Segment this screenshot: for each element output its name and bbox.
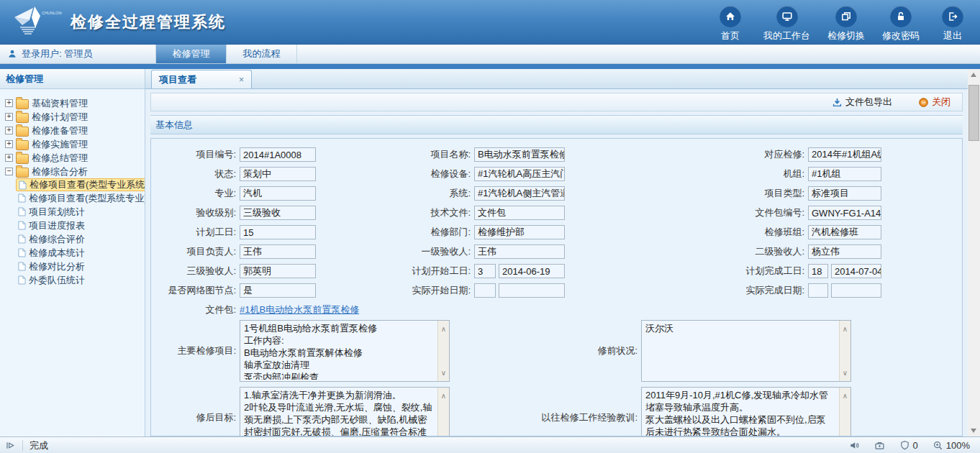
tab-close-icon[interactable]: × [239,75,244,85]
close-button[interactable]: 关闭 [918,96,950,109]
zoom-level: 100% [946,440,970,451]
field-value-days [808,283,828,298]
scrollbar-up-icon[interactable] [971,73,976,77]
main-content: 文件包导出 关闭 基本信息 项目编号:2014#1A0008项目名称:B电动水泵… [145,89,968,436]
toolbar: 文件包导出 关闭 [150,93,963,111]
expand-toggle-icon[interactable]: + [5,99,13,107]
textarea-scrollbar[interactable]: ∧∨ [839,388,850,436]
sidebar-title: 检修管理 [0,69,145,89]
tree-folder[interactable]: +检修总结管理 [5,151,143,165]
status-right: 0 100% [849,440,980,451]
nav-monitor[interactable]: 我的工作台 [763,6,810,42]
app-header: CHUNLONG 检修全过程管理系统 首页我的工作台检修切换修改密码退出 [0,0,980,45]
monitor-icon [776,6,798,27]
textarea-field[interactable]: 1号机组B电动给水泵前置泵检修 工作内容: B电动给水泵前置泵解体检修 轴承室放… [240,320,450,382]
field-value: 汽机 [240,186,316,201]
textarea-row: 主要检修项目:1号机组B电动给水泵前置泵检修 工作内容: B电动给水泵前置泵解体… [151,320,962,382]
form-row: 三级验收人:郭英明计划开始工日:32014-06-19计划完成工日:182014… [151,264,962,278]
tree-item[interactable]: 外委队伍统计 [16,273,87,287]
tree-item-label: 检修项目查看(类型系统专业) [29,192,145,205]
scrollbar-thumb[interactable] [968,85,979,141]
tab-project-view[interactable]: 项目查看 × [151,70,252,88]
scroll-down-icon[interactable]: ∨ [441,367,446,379]
expand-toggle-icon[interactable]: + [5,140,13,148]
scroll-up-icon[interactable]: ∧ [843,323,848,335]
close-label: 关闭 [932,96,950,109]
expand-toggle-icon[interactable]: + [5,113,13,121]
browser-scrollbar[interactable] [968,69,980,436]
zoom-control[interactable]: 100% [933,440,970,451]
tree-folder-label: 检修计划管理 [32,111,88,124]
textarea-field[interactable]: 2011年9月-10月,#1机C修,发现轴承冷却水管堵塞导致轴承温度升高。 泵大… [641,387,851,436]
scroll-up-icon[interactable]: ∧ [441,323,446,335]
export-package-button[interactable]: 文件包导出 [832,96,892,109]
textarea-scrollbar[interactable]: ∧∨ [437,388,449,436]
top-tab[interactable]: 我的流程 [227,45,297,63]
field-value: 策划中 [240,167,316,181]
scrollbar-down-icon[interactable] [971,429,976,433]
field-value: #1机组 [808,167,881,181]
nav-label: 首页 [721,29,740,42]
nav-label: 检修切换 [827,29,865,42]
form-row: 状态:策划中检修设备:#1汽轮机A高压主汽门机组:#1机组 [151,167,962,181]
top-tab[interactable]: 检修管理 [156,45,227,63]
textarea-field[interactable]: 沃尔沃∧∨ [641,320,851,382]
package-link[interactable]: #1机B电动给水泵前置泵检修 [240,303,359,316]
tree-item[interactable]: 项目策划统计 [16,205,87,219]
status-text: 完成 [30,439,48,452]
switch-icon [835,6,857,27]
scroll-down-icon[interactable]: ∨ [843,434,848,436]
field-label: 三级验收人: [151,265,240,278]
textarea-field[interactable]: 1.轴承室清洗干净并更换为新润滑油。 2叶轮及导叶流道光滑,无水垢、腐蚀、裂纹,… [240,387,450,436]
ad-shield-indicator[interactable]: 0 [899,440,918,451]
form-row: 验收级别:三级验收技术文件:文件包文件包编号:GWNY-FG1-A14-T047 [151,206,962,220]
textarea-scrollbar[interactable]: ∧∨ [437,321,449,381]
folder-icon [16,113,29,123]
field-label: 计划工日: [151,226,240,239]
tree-folder[interactable]: +检修实施管理 [5,137,143,151]
textarea-text: 1.轴承室清洗干净并更换为新润滑油。 2叶轮及导叶流道光滑,无水垢、腐蚀、裂纹,… [244,389,433,436]
header-nav: 首页我的工作台检修切换修改密码退出 [714,6,968,42]
tree-item-label: 检修对比分析 [29,260,85,273]
scroll-up-icon[interactable]: ∧ [441,390,446,402]
tree-folder[interactable]: +检修计划管理 [5,110,143,124]
speaker-icon[interactable] [849,440,860,451]
scroll-down-icon[interactable]: ∨ [843,367,848,379]
tree-item[interactable]: 检修成本统计 [16,246,87,260]
form-row: 专业:汽机系统:#1汽轮机A侧主汽管道项目类型:标准项目 [151,186,962,201]
textarea-scrollbar[interactable]: ∧∨ [839,321,850,381]
nav-exit[interactable]: 退出 [937,6,968,42]
tree-folder[interactable]: −检修综合分析 [5,165,143,178]
field-value: 2014#1A0008 [240,147,316,162]
tree-item[interactable]: 检修项目查看(类型系统专业) [16,191,145,205]
nav-lock[interactable]: 修改密码 [882,6,920,42]
tree-item[interactable]: 项目进度报表 [16,219,87,232]
field-value: 标准项目 [808,186,881,201]
form-rows: 项目编号:2014#1A0008项目名称:B电动水泵前置泵检修对应检修:2014… [151,147,962,298]
download-icon [832,97,843,108]
nav-home[interactable]: 首页 [714,6,746,42]
field-label: 检修班组: [565,226,808,239]
scroll-down-icon[interactable]: ∨ [441,434,446,436]
document-tabstrip: 项目查看 × [145,69,968,89]
tree-folder[interactable]: +检修准备管理 [5,124,143,137]
expand-toggle-icon[interactable]: + [5,154,13,162]
tree-item-label: 项目进度报表 [29,219,85,232]
folder-icon [16,154,29,164]
field-value: 王伟 [240,244,316,259]
field-label: 是否网络图节点: [151,284,240,297]
field-value: 王伟 [474,244,565,259]
field-label: 系统: [316,187,474,200]
folder-icon [16,140,29,150]
nav-switch[interactable]: 检修切换 [827,6,865,42]
toolbox-icon[interactable] [874,440,885,451]
tree-item[interactable]: 检修项目查看(类型专业系统) [16,178,145,191]
user-icon [7,49,17,59]
lock-icon [890,6,912,27]
expand-toggle-icon[interactable]: + [5,127,13,134]
scroll-up-icon[interactable]: ∧ [843,390,848,402]
expand-toggle-icon[interactable]: − [5,168,13,175]
tree-item[interactable]: 检修综合评价 [16,232,87,246]
tree-item[interactable]: 检修对比分析 [16,260,87,273]
tree-folder[interactable]: +基础资料管理 [5,96,143,110]
